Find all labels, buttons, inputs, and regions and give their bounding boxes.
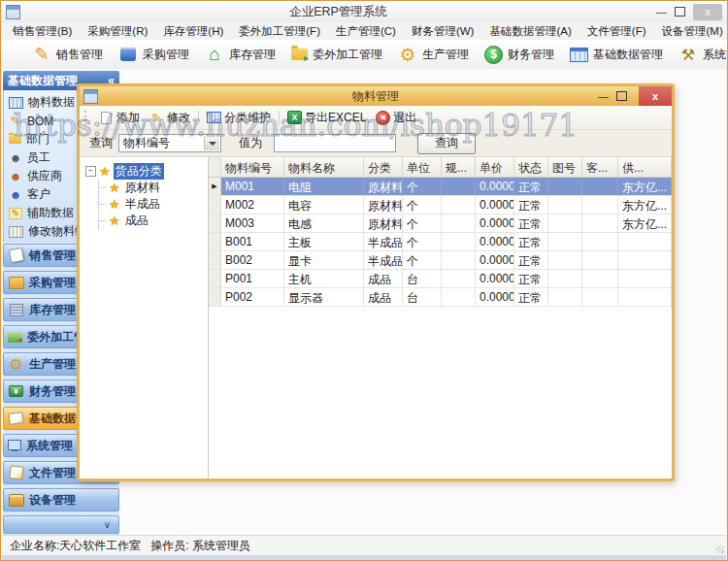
toolbar-button[interactable]: 销售管理 bbox=[24, 43, 111, 66]
tree-node[interactable]: ★成品 bbox=[99, 213, 206, 229]
tree-node[interactable]: ★半成品 bbox=[99, 196, 206, 213]
column-header[interactable]: 规... bbox=[442, 157, 476, 177]
tree-root-label[interactable]: 货品分类 bbox=[114, 163, 164, 180]
toolbar-button-label: 生产管理 bbox=[422, 47, 469, 63]
tree-node-label[interactable]: 半成品 bbox=[123, 196, 162, 213]
close-button[interactable]: x bbox=[693, 4, 722, 20]
child-toolbar-button[interactable]: 分类维护 bbox=[202, 109, 276, 127]
minimize-button[interactable]: — bbox=[656, 5, 667, 18]
cell: 个 bbox=[403, 214, 442, 232]
sidebar-overflow-button[interactable]: ∨ bbox=[3, 515, 119, 534]
money-icon bbox=[8, 383, 24, 399]
cell: 0.0000 bbox=[476, 270, 514, 287]
cell: M003 bbox=[221, 214, 284, 232]
resize-grip[interactable] bbox=[716, 545, 724, 553]
table-row[interactable]: M002电容原材料个0.0000正常东方亿... bbox=[209, 196, 672, 214]
grid2-icon bbox=[9, 226, 23, 238]
table-row[interactable]: B002显卡半成品个0.0000正常 bbox=[209, 251, 672, 270]
sidebar-item-label: 员工 bbox=[27, 149, 50, 166]
menu-item[interactable]: 采购管理(R) bbox=[80, 24, 155, 39]
folderarrow-icon bbox=[8, 332, 22, 343]
tree-root-node[interactable]: − ★ 货品分类 bbox=[85, 163, 206, 180]
column-header[interactable]: 单位 bbox=[403, 157, 442, 177]
table-row[interactable]: B001主板半成品个0.0000正常 bbox=[209, 233, 672, 251]
query-value-input[interactable] bbox=[274, 134, 396, 152]
child-toolbar-button[interactable]: 退出 bbox=[371, 109, 421, 127]
book-icon bbox=[8, 411, 24, 426]
cell: 0.0000 bbox=[476, 178, 514, 195]
cell bbox=[442, 233, 476, 250]
column-header[interactable]: 单价 bbox=[476, 157, 514, 177]
cell bbox=[548, 251, 582, 269]
menu-item[interactable]: 财务管理(W) bbox=[404, 24, 482, 39]
toolbar-button[interactable]: 生产管理 bbox=[390, 43, 477, 66]
child-toolbar-button[interactable]: 添加 bbox=[94, 109, 145, 127]
box-icon bbox=[8, 275, 24, 290]
cell bbox=[582, 214, 618, 232]
query-field-dropdown[interactable]: 物料编号 bbox=[118, 134, 221, 152]
table-row[interactable]: ▶M001电阻原材料个0.0000正常东方亿... bbox=[209, 178, 672, 196]
cell: 0.0000 bbox=[476, 196, 514, 214]
main-titlebar: 企业ERP管理系统 — x bbox=[1, 1, 727, 22]
child-minimize-button[interactable]: — bbox=[598, 90, 609, 102]
child-close-button[interactable]: x bbox=[639, 86, 672, 106]
tree-node-label[interactable]: 成品 bbox=[123, 213, 150, 229]
column-header[interactable]: 物料名称 bbox=[284, 157, 364, 177]
column-header[interactable]: 客... bbox=[582, 157, 618, 177]
cell: 个 bbox=[403, 196, 442, 214]
hand-icon bbox=[8, 465, 24, 480]
tree-collapse-icon[interactable]: − bbox=[85, 166, 96, 177]
query-button[interactable]: 查询 bbox=[417, 133, 476, 154]
menu-item[interactable]: 库存管理(H) bbox=[155, 24, 231, 39]
table-row[interactable]: P001主机成品台0.0000正常 bbox=[209, 270, 672, 288]
cell bbox=[548, 233, 582, 250]
child-titlebar[interactable]: 物料管理 — x bbox=[80, 86, 672, 106]
cell: 成品 bbox=[364, 270, 403, 287]
table-row[interactable]: P002显示器成品台0.0000正常 bbox=[209, 288, 672, 307]
tree-children: ★原材料★半成品★成品 bbox=[98, 180, 206, 229]
dropdown-arrow-icon[interactable] bbox=[204, 136, 219, 150]
toolbar-button[interactable]: 库存管理 bbox=[197, 43, 283, 66]
tree-node-label[interactable]: 原材料 bbox=[123, 180, 162, 196]
menu-item[interactable]: 文件管理(F) bbox=[579, 24, 654, 39]
sidebar-panel[interactable]: 设备管理 bbox=[3, 488, 119, 512]
cell bbox=[442, 178, 476, 195]
menu-item[interactable]: 委外加工管理(F) bbox=[231, 24, 328, 39]
app-icon bbox=[6, 5, 20, 19]
child-toolbar-button[interactable]: 导出EXCEL bbox=[282, 109, 371, 127]
column-header[interactable]: 图号 bbox=[548, 157, 582, 177]
menu-item[interactable]: 生产管理(C) bbox=[328, 24, 404, 39]
maximize-button[interactable] bbox=[675, 7, 685, 16]
toolbar-button-label: 销售管理 bbox=[56, 47, 103, 63]
menu-item[interactable]: 销售管理(B) bbox=[5, 24, 80, 39]
cell: 半成品 bbox=[364, 251, 403, 269]
toolbar-button[interactable]: 委外加工管理 bbox=[283, 45, 390, 65]
column-header[interactable]: 物料编号 bbox=[221, 157, 284, 177]
toolbar-button[interactable]: 采购管理 bbox=[111, 43, 197, 66]
toolbar-button[interactable]: 基础数据管理 bbox=[562, 45, 671, 65]
row-header-cell bbox=[209, 288, 221, 306]
menu-item[interactable]: 设备管理(M) bbox=[653, 24, 728, 39]
child-toolbar-button[interactable]: 修改 bbox=[145, 109, 195, 127]
window-title: 企业ERP管理系统 bbox=[20, 4, 656, 20]
sidebar-panel-label: 销售管理 bbox=[29, 248, 76, 264]
child-maximize-button[interactable] bbox=[616, 91, 627, 101]
column-header[interactable]: 供... bbox=[618, 157, 672, 177]
column-header[interactable]: 状态 bbox=[514, 157, 548, 177]
cell bbox=[548, 214, 582, 232]
table-row[interactable]: M003电感原材料个0.0000正常东方亿... bbox=[209, 214, 672, 233]
cell: 显示器 bbox=[284, 288, 364, 306]
toolbar-button[interactable]: 财务管理 bbox=[477, 44, 562, 66]
menu-item[interactable]: 基础数据管理(A) bbox=[481, 24, 579, 39]
customer-icon bbox=[9, 188, 22, 201]
status-bar: 企业名称:天心软件工作室 操作员: 系统管理员 bbox=[2, 535, 726, 555]
toolbar-separator bbox=[198, 111, 199, 125]
sidebar-item-label: 客户 bbox=[27, 186, 50, 203]
column-header[interactable]: 分类 bbox=[364, 157, 403, 177]
toolbar-button[interactable]: 系统管理 bbox=[671, 43, 728, 66]
note-icon bbox=[9, 208, 22, 219]
cell bbox=[582, 251, 618, 269]
toolbar-button-label: 库存管理 bbox=[229, 47, 276, 63]
tree-node[interactable]: ★原材料 bbox=[99, 180, 206, 196]
toolbar-button-label: 财务管理 bbox=[508, 47, 554, 63]
